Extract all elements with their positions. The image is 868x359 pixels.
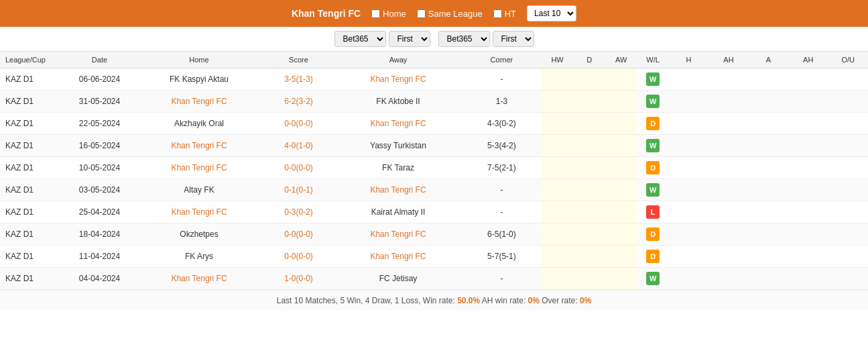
cell-a	[749, 68, 788, 91]
cell-wl: D	[637, 223, 669, 246]
cell-home[interactable]: Khan Tengri FC	[135, 268, 263, 290]
same-league-checkbox[interactable]	[417, 9, 426, 18]
header: Khan Tengri FC Home Same League HT Last …	[0, 0, 868, 27]
col-ah2: AH	[788, 52, 828, 68]
cell-corner: 1-3	[462, 91, 542, 113]
footer-ah-label: AH win rate:	[482, 296, 525, 305]
cell-corner: 4-3(0-2)	[462, 113, 542, 135]
cell-d	[573, 113, 605, 135]
table-row: KAZ D1 25-04-2024 Khan Tengri FC 0-3(0-2…	[0, 201, 868, 223]
cell-home[interactable]: FK Kaspyi Aktau	[135, 68, 263, 91]
table-row: KAZ D1 16-05-2024 Khan Tengri FC 4-0(1-0…	[0, 135, 868, 157]
ht-checkbox-label[interactable]: HT	[493, 9, 516, 19]
cell-score[interactable]: 1-0(0-0)	[263, 268, 334, 290]
cell-score[interactable]: 0-0(0-0)	[263, 246, 334, 268]
cell-score[interactable]: 4-0(1-0)	[263, 135, 334, 157]
cell-score[interactable]: 0-3(0-2)	[263, 201, 334, 223]
cell-away[interactable]: FK Taraz	[334, 157, 462, 179]
cell-ah	[708, 91, 748, 113]
cell-hw	[542, 268, 574, 290]
cell-date: 04-04-2024	[64, 268, 135, 290]
footer: Last 10 Matches, 5 Win, 4 Draw, 1 Loss, …	[0, 290, 868, 311]
cell-ou	[828, 157, 868, 179]
cell-away[interactable]: Khan Tengri FC	[334, 68, 462, 91]
cell-aw	[605, 179, 637, 201]
col-date: Date	[64, 52, 135, 68]
cell-wl: W	[637, 91, 669, 113]
cell-hw	[542, 201, 574, 223]
cell-aw	[605, 223, 637, 246]
cell-away[interactable]: Khan Tengri FC	[334, 223, 462, 246]
last-select[interactable]: Last 5 Last 10 Last 20	[527, 5, 576, 21]
cell-home[interactable]: FK Arys	[135, 246, 263, 268]
cell-ah2	[788, 201, 828, 223]
cell-corner: -	[462, 201, 542, 223]
cell-home[interactable]: Okzhetpes	[135, 223, 263, 246]
col-corner: Corner	[462, 52, 542, 68]
cell-ah2	[788, 246, 828, 268]
cell-score[interactable]: 3-5(1-3)	[263, 68, 334, 91]
cell-ah	[708, 246, 748, 268]
cell-h	[669, 157, 708, 179]
cell-a	[749, 223, 788, 246]
cell-aw	[605, 157, 637, 179]
left-period-select[interactable]: First Full	[389, 31, 430, 47]
cell-home[interactable]: Khan Tengri FC	[135, 157, 263, 179]
cell-home[interactable]: Khan Tengri FC	[135, 201, 263, 223]
right-bookmaker-select[interactable]: Bet365 1xBet	[438, 31, 490, 47]
home-checkbox[interactable]	[371, 9, 380, 18]
cell-ah2	[788, 68, 828, 91]
cell-a	[749, 268, 788, 290]
cell-wl: D	[637, 246, 669, 268]
col-ou: O/U	[828, 52, 868, 68]
same-league-checkbox-label[interactable]: Same League	[417, 9, 483, 19]
cell-away[interactable]: Khan Tengri FC	[334, 246, 462, 268]
cell-aw	[605, 68, 637, 91]
cell-home[interactable]: Khan Tengri FC	[135, 135, 263, 157]
cell-ah	[708, 135, 748, 157]
right-period-select[interactable]: First Full	[493, 31, 534, 47]
left-bookmaker-select[interactable]: Bet365 1xBet	[334, 31, 386, 47]
cell-score[interactable]: 6-2(3-2)	[263, 91, 334, 113]
cell-score[interactable]: 0-0(0-0)	[263, 113, 334, 135]
cell-away[interactable]: Khan Tengri FC	[334, 179, 462, 201]
cell-away[interactable]: Khan Tengri FC	[334, 113, 462, 135]
cell-league: KAZ D1	[0, 179, 64, 201]
cell-date: 10-05-2024	[64, 157, 135, 179]
cell-h	[669, 179, 708, 201]
cell-d	[573, 91, 605, 113]
cell-score[interactable]: 0-1(0-1)	[263, 179, 334, 201]
cell-home[interactable]: Altay FK	[135, 179, 263, 201]
cell-away[interactable]: Kairat Almaty II	[334, 201, 462, 223]
cell-league: KAZ D1	[0, 201, 64, 223]
cell-date: 06-06-2024	[64, 68, 135, 91]
cell-wl: W	[637, 135, 669, 157]
cell-a	[749, 157, 788, 179]
cell-date: 22-05-2024	[64, 113, 135, 135]
cell-away[interactable]: FK Aktobe II	[334, 91, 462, 113]
cell-score[interactable]: 0-0(0-0)	[263, 157, 334, 179]
cell-ou	[828, 91, 868, 113]
cell-away[interactable]: FC Jetisay	[334, 268, 462, 290]
header-title: Khan Tengri FC	[292, 8, 361, 19]
cell-home[interactable]: Akzhayik Oral	[135, 113, 263, 135]
cell-h	[669, 223, 708, 246]
cell-corner: -	[462, 68, 542, 91]
cell-ah	[708, 113, 748, 135]
cell-score[interactable]: 0-0(0-0)	[263, 223, 334, 246]
cell-away[interactable]: Yassy Turkistan	[334, 135, 462, 157]
cell-aw	[605, 246, 637, 268]
home-checkbox-label[interactable]: Home	[371, 9, 406, 19]
cell-hw	[542, 223, 574, 246]
cell-h	[669, 113, 708, 135]
cell-hw	[542, 157, 574, 179]
cell-h	[669, 201, 708, 223]
cell-ah	[708, 201, 748, 223]
ht-checkbox[interactable]	[493, 9, 502, 18]
cell-wl: L	[637, 201, 669, 223]
col-score: Score	[263, 52, 334, 68]
table-row: KAZ D1 31-05-2024 Khan Tengri FC 6-2(3-2…	[0, 91, 868, 113]
cell-ou	[828, 268, 868, 290]
cell-home[interactable]: Khan Tengri FC	[135, 91, 263, 113]
footer-over-rate: 0%	[580, 296, 591, 305]
